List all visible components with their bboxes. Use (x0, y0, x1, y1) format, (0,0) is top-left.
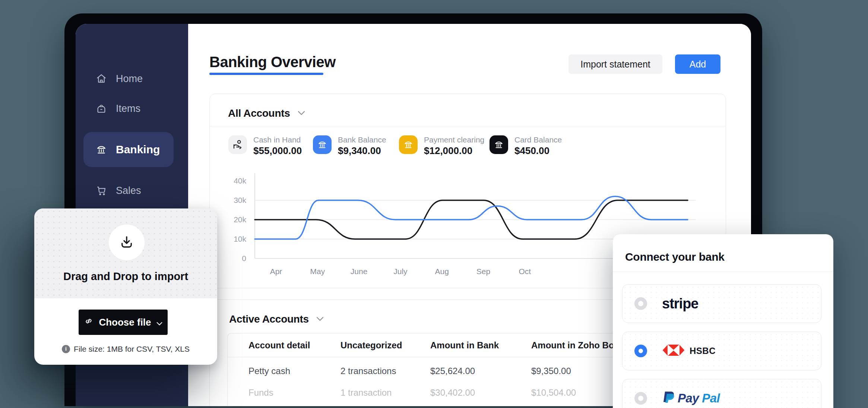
paypal-logo-text-pal: Pal (702, 391, 720, 405)
radio-unselected[interactable] (634, 297, 647, 310)
summary-label: Cash in Hand (253, 135, 302, 144)
hsbc-logo-text: HSBC (690, 346, 716, 356)
summary-label: Payment clearing (424, 135, 484, 144)
page-title: Banking Overview (209, 54, 336, 70)
drop-title: Drag and Drop to import (34, 270, 217, 283)
sidebar-item-label: Banking (116, 143, 160, 156)
svg-text:20k: 20k (234, 215, 246, 224)
cart-icon (96, 185, 107, 196)
bag-icon (96, 103, 107, 114)
choose-file-label: Choose file (99, 317, 151, 328)
svg-text:40k: 40k (234, 176, 246, 185)
hsbc-logo-icon (662, 344, 685, 358)
chevron-down-icon (298, 110, 305, 117)
svg-text:June: June (351, 267, 368, 276)
svg-text:Aug: Aug (435, 267, 449, 276)
marketing-banking-screenshot: { "page": { "background": "#4c6570", "ac… (0, 0, 868, 408)
choose-file-button[interactable]: Choose file (79, 310, 168, 335)
stripe-logo: stripe (662, 296, 698, 312)
sidebar-item-label: Items (116, 103, 140, 114)
drop-zone[interactable]: Drag and Drop to import (34, 208, 217, 298)
all-accounts-title: All Accounts (228, 107, 290, 119)
summary-card-balance: Card Balance $450.00 (490, 135, 562, 156)
chevron-down-icon (156, 317, 162, 328)
bank-icon (490, 135, 508, 154)
summary-label: Bank Balance (338, 135, 386, 144)
svg-text:10k: 10k (234, 235, 246, 243)
file-note-text: File size: 1MB for CSV, TSV, XLS (74, 345, 190, 354)
bank-icon (313, 135, 332, 154)
connect-bank-title: Connect your bank (625, 251, 725, 263)
active-accounts-title: Active Accounts (229, 313, 309, 325)
link-icon (84, 316, 94, 329)
summary-payment-clearing: Payment clearing $12,000.00 (399, 135, 484, 156)
column-header: Account detail (248, 340, 340, 351)
nav-spacer (76, 172, 188, 180)
connect-bank-card: Connect your bank stripe HSBC (613, 234, 833, 408)
radio-unselected[interactable] (634, 392, 647, 405)
bank-option-stripe[interactable]: stripe (622, 284, 821, 323)
bank-icon (96, 144, 107, 155)
all-accounts-header[interactable]: All Accounts (228, 107, 305, 119)
column-header: Uncategorized (340, 340, 430, 351)
bank-icon (399, 135, 418, 154)
cell-account: Funds (248, 387, 340, 398)
download-icon (109, 225, 145, 260)
active-accounts-header[interactable]: Active Accounts (229, 313, 324, 325)
cell-amount-bank: $30,402.00 (430, 387, 531, 398)
svg-text:May: May (310, 267, 325, 276)
svg-text:30k: 30k (234, 196, 246, 204)
column-header: Amount in Bank (430, 340, 531, 351)
summary-label: Card Balance (514, 135, 562, 144)
summary-value: $55,000.00 (253, 145, 302, 156)
svg-text:0: 0 (242, 254, 246, 263)
summary-value: $9,340.00 (338, 145, 386, 156)
info-icon: i (62, 345, 70, 353)
cell-uncategorized: 2 transactions (340, 366, 430, 376)
sidebar-item-sales[interactable]: Sales (76, 180, 188, 201)
paypal-logo-icon (662, 389, 675, 407)
import-statement-button[interactable]: Import statement (568, 54, 662, 74)
paypal-logo: PayPal (662, 389, 720, 407)
radio-selected[interactable] (634, 345, 647, 357)
sidebar-item-label: Sales (116, 185, 141, 197)
bank-option-hsbc[interactable]: HSBC (622, 332, 821, 370)
add-button[interactable]: Add (675, 54, 720, 74)
summary-bank-balance: Bank Balance $9,340.00 (313, 135, 386, 156)
import-drop-card: Drag and Drop to import Choose file i Fi… (34, 208, 217, 365)
hand-coins-icon (228, 135, 247, 154)
title-underline (209, 73, 323, 75)
summary-value: $12,000.00 (424, 145, 484, 156)
sidebar-item-banking[interactable]: Banking (83, 132, 174, 167)
summary-cash-in-hand: Cash in Hand $55,000.00 (228, 135, 302, 156)
sidebar-item-items[interactable]: Items (76, 98, 188, 119)
sidebar-nav: Home Items Banking (76, 68, 188, 201)
divider (613, 272, 833, 272)
chevron-down-icon (316, 316, 324, 323)
home-icon (96, 73, 107, 84)
svg-text:Oct: Oct (519, 267, 531, 276)
nav-spacer (76, 90, 188, 98)
divider (210, 126, 726, 126)
nav-spacer (76, 119, 188, 128)
sidebar-item-home[interactable]: Home (76, 68, 188, 90)
bank-option-paypal[interactable]: PayPal (622, 379, 821, 408)
paypal-logo-text-pay: Pay (678, 391, 699, 405)
svg-text:July: July (393, 267, 408, 276)
sidebar-item-label: Home (116, 73, 143, 85)
file-size-note: i File size: 1MB for CSV, TSV, XLS (34, 345, 217, 354)
svg-text:Sep: Sep (476, 267, 490, 276)
cell-account: Petty cash (248, 366, 340, 376)
svg-text:Apr: Apr (270, 267, 282, 276)
summary-value: $450.00 (514, 145, 562, 156)
cell-amount-bank: $25,624.00 (430, 366, 531, 376)
cell-uncategorized: 1 transaction (340, 387, 430, 398)
